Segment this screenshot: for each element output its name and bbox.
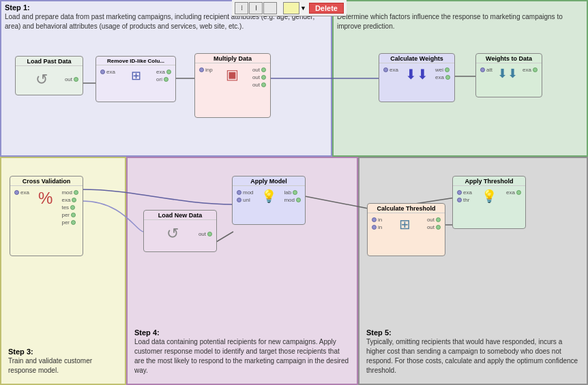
- remove-id-title: Remove ID-like Colu...: [96, 57, 175, 65]
- port-out2: out: [427, 224, 442, 230]
- weights-data-in-ports: att: [479, 66, 493, 74]
- bulb-icon-2: 💡: [482, 189, 497, 204]
- port-exa: exa: [13, 189, 29, 196]
- port-out2: out: [252, 74, 267, 80]
- port-wei: wei: [435, 67, 452, 73]
- step4-title: Step 4:: [131, 326, 353, 337]
- port-dot: [457, 198, 462, 202]
- load-new-data-node[interactable]: Load New Data ↺ out: [143, 210, 217, 252]
- port-mod: mod: [235, 189, 254, 196]
- port-exa-out: exa: [435, 74, 452, 80]
- port-dot: [293, 190, 297, 195]
- cross-val-in-ports: exa: [13, 189, 29, 196]
- port-dot: [480, 67, 485, 72]
- port-dot: [70, 205, 75, 210]
- multiply-data-node[interactable]: Multiply Data inp ▣ out out: [194, 53, 271, 118]
- port-dot: [71, 213, 76, 217]
- apply-threshold-node[interactable]: Apply Threshold exa thr 💡 exa: [452, 176, 526, 229]
- port-in2: in: [370, 224, 382, 230]
- port-dot: [296, 198, 301, 202]
- remove-id-in-ports: exa: [99, 68, 115, 76]
- port-unl: unl: [235, 197, 254, 203]
- load-past-data-node[interactable]: Load Past Data ↺ out: [15, 56, 83, 95]
- calc-thresh-in-ports: in in: [370, 216, 382, 231]
- multiply-in-ports: inp: [198, 66, 213, 74]
- port-dot: [74, 190, 78, 195]
- port-out: out: [65, 76, 80, 82]
- port-tes: tes: [61, 204, 80, 211]
- color-dropdown[interactable]: [283, 2, 299, 14]
- port-dot: [237, 198, 241, 202]
- port-dot: [436, 225, 441, 230]
- apply-thresh-out-ports: exa: [506, 189, 523, 196]
- merge-icon: ⊞: [399, 216, 411, 232]
- port-exa: exa: [456, 189, 472, 196]
- load-new-data-title: Load New Data: [144, 211, 216, 220]
- port-lab: lab: [284, 189, 302, 196]
- load-past-ports: out: [65, 76, 80, 83]
- port-exa: exa: [61, 197, 80, 203]
- calculate-threshold-node[interactable]: Calculate Threshold in in ⊞ out: [367, 203, 445, 256]
- align-left-button[interactable]: ⁝: [235, 2, 248, 14]
- multiply-out-ports: out out out: [252, 66, 267, 89]
- port-per2: per: [61, 219, 80, 226]
- port-dot: [100, 70, 105, 74]
- port-inp: inp: [198, 67, 213, 73]
- weights-icon: ⬇⬇: [405, 66, 428, 82]
- cross-validation-node[interactable]: Cross Validation exa % mod exa: [10, 176, 83, 256]
- port-dot: [261, 82, 266, 87]
- port-att: att: [479, 67, 493, 73]
- bulb-icon: 💡: [261, 189, 276, 204]
- port-dot: [72, 198, 76, 202]
- align-center-button[interactable]: ⁞: [249, 2, 263, 14]
- weights-data-icon: ⬇⬇: [497, 66, 518, 81]
- port-dot: [445, 75, 450, 80]
- port-dot: [164, 77, 168, 82]
- step5-title: Step 5:: [363, 326, 583, 337]
- port-dot: [166, 70, 171, 74]
- load-new-out-ports: out: [199, 230, 214, 238]
- port-exa: exa: [382, 67, 398, 73]
- port-in1: in: [370, 217, 382, 223]
- port-dot: [261, 75, 266, 80]
- port-exa-out: exa: [506, 189, 523, 196]
- calculate-weights-node[interactable]: Calculate Weights exa ⬇⬇ wei exa: [379, 53, 455, 102]
- port-out3: out: [252, 82, 267, 88]
- port-per1: per: [61, 212, 80, 218]
- calculate-weights-title: Calculate Weights: [379, 54, 454, 63]
- port-out: out: [199, 231, 214, 237]
- step2-panel: 2: Determine which factors influence the…: [332, 0, 588, 157]
- port-dot: [372, 217, 377, 222]
- toolbar: ⁝ ⁞ ▼ Delete: [232, 0, 347, 16]
- workflow-canvas: ⁝ ⁞ ▼ Delete Step 1: Load and prepare da…: [0, 0, 588, 385]
- port-exa-out: exa: [156, 69, 173, 75]
- load-past-data-title: Load Past Data: [16, 57, 83, 66]
- calc-thresh-out-ports: out out: [427, 216, 442, 231]
- multiply-data-title: Multiply Data: [195, 54, 270, 63]
- apply-model-node[interactable]: Apply Model mod unl 💡 lab: [232, 176, 306, 225]
- remove-id-node[interactable]: Remove ID-like Colu... exa ⊞ exa ori: [95, 56, 176, 102]
- weights-to-data-title: Weights to Data: [476, 54, 542, 63]
- color-dropdown-arrow[interactable]: ▼: [300, 5, 306, 12]
- port-dot: [457, 190, 462, 195]
- port-dot: [383, 67, 388, 72]
- weights-data-out-ports: exa: [523, 66, 539, 74]
- cross-val-out-ports: mod exa tes per per: [61, 189, 80, 226]
- step2-title: 2:: [334, 1, 587, 12]
- step3-desc: Train and validate customer response mod…: [5, 356, 121, 378]
- percent-icon: %: [38, 189, 53, 208]
- delete-button[interactable]: Delete: [309, 3, 344, 14]
- port-dot: [207, 232, 212, 236]
- port-out1: out: [252, 67, 267, 73]
- cross-validation-title: Cross Validation: [10, 176, 83, 186]
- calc-weights-out-ports: wei exa: [435, 66, 452, 81]
- refresh-icon: ↺: [35, 71, 48, 89]
- align-right-button[interactable]: [263, 2, 277, 14]
- table-icon: ⊞: [131, 68, 141, 83]
- step3-title: Step 3:: [5, 345, 121, 356]
- weights-to-data-node[interactable]: Weights to Data att ⬇⬇ exa: [475, 53, 542, 97]
- calc-weights-in-ports: exa: [382, 66, 398, 74]
- port-dot: [436, 217, 441, 222]
- apply-threshold-title: Apply Threshold: [453, 176, 525, 186]
- port-dot: [237, 190, 241, 195]
